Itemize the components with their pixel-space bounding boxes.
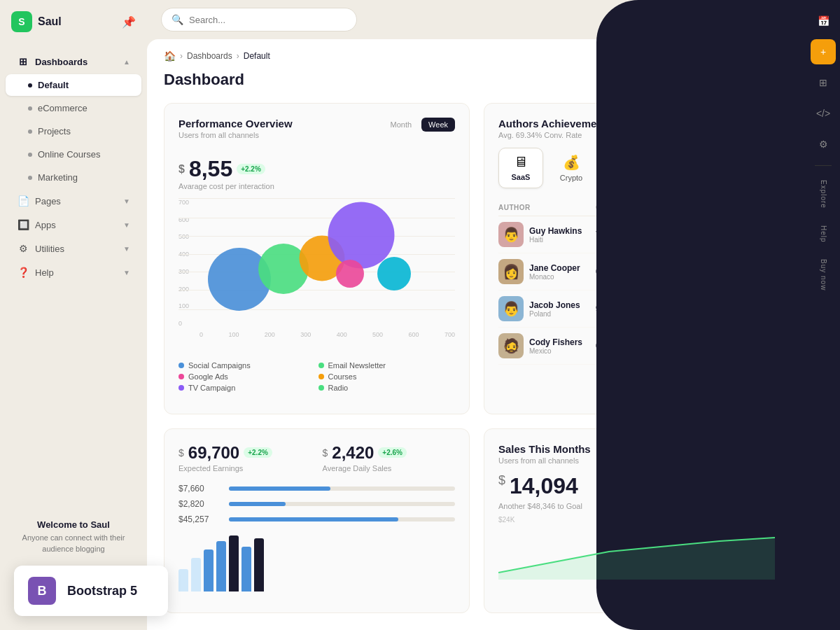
avatar[interactable]: 👩 [736, 7, 762, 32]
author-avatar: 👩 [498, 259, 524, 284]
sales-value-row: $ 14,094 [498, 473, 775, 499]
tab-social[interactable]: 👥 Social [599, 148, 644, 188]
author-details: Guy Hawkins Haiti [529, 226, 582, 244]
page-header: 🏠 › Dashboards › Default [147, 39, 806, 67]
bar-tall [229, 536, 239, 592]
topbar-btn-grid[interactable]: ⠿ [767, 7, 792, 32]
chart-legend: Social Campaigns Email Newsletter Google… [178, 361, 455, 392]
explore-label[interactable]: Explore [820, 174, 827, 214]
bar [204, 550, 214, 592]
app-logo: S [11, 11, 32, 32]
view-button-0[interactable]: → [747, 226, 764, 243]
sidebar-nav: ⊞ Dashboards ▲ Default eCommerce Project… [0, 43, 147, 508]
author-row: 👨 Jacob Jones Poland 92.56% → [498, 290, 775, 328]
period-week-button[interactable]: Week [421, 118, 455, 132]
breadcrumb-dashboards[interactable]: Dashboards [187, 51, 232, 61]
performance-card: Performance Overview Users from all chan… [164, 103, 470, 414]
tab-others[interactable]: 🔷 Others [700, 148, 745, 188]
dot-icon [28, 130, 32, 134]
breadcrumb-home[interactable]: 🏠 [164, 50, 176, 62]
sales-chart [498, 524, 775, 580]
bar-fill [229, 502, 286, 506]
tab-saas[interactable]: 🖥 SaaS [498, 148, 543, 188]
sales-ticks: $24K $20.5K [498, 516, 775, 524]
sparkline-1 [657, 262, 741, 281]
author-avatar: 👨 [498, 296, 524, 321]
earn-badge: +2.2% [244, 447, 272, 458]
authors-card: Authors Achievements Avg. 69.34% Conv. R… [484, 103, 790, 414]
topbar-btn-globe[interactable]: 🌐 [675, 7, 700, 32]
bar-tall [254, 538, 264, 592]
bar-row-1: $7,660 [178, 484, 455, 493]
svg-marker-0 [498, 538, 775, 580]
search-box[interactable]: 🔍 [161, 8, 357, 31]
sidebar-item-utilities[interactable]: ⚙ Utilities ▼ [6, 237, 141, 260]
bar-bg [229, 517, 455, 522]
rp-settings-button[interactable]: ⚙ [811, 132, 836, 157]
utilities-icon: ⚙ [17, 243, 29, 254]
chevron-icon: ▲ [123, 58, 130, 66]
sidebar-item-ecommerce[interactable]: eCommerce [6, 97, 141, 119]
rp-grid-button[interactable]: ⊞ [811, 70, 836, 95]
dot-icon [28, 176, 32, 180]
rp-calendar-button[interactable]: 📅 [811, 8, 836, 34]
view-button-2[interactable]: → [747, 300, 764, 317]
view-button-1[interactable]: → [747, 263, 764, 280]
page-title-row: Dashboard Create Project [147, 67, 806, 103]
sidebar-item-marketing[interactable]: Marketing [6, 167, 141, 188]
tab-crypto[interactable]: 💰 Crypto [549, 148, 594, 188]
author-avatar: 👨 [498, 222, 524, 247]
rp-code-button[interactable]: </> [811, 101, 836, 126]
mobile-icon: 📱 [664, 154, 681, 171]
bar-label: $45,257 [178, 514, 220, 524]
sidebar-item-default[interactable]: Default [6, 74, 141, 96]
breadcrumb-sep2: › [237, 51, 239, 61]
search-icon: 🔍 [172, 14, 183, 25]
create-project-button[interactable]: Create Project [703, 67, 790, 92]
sales-value: 14,094 [510, 473, 578, 499]
chart-plot-area [178, 199, 455, 328]
legend-dot [178, 363, 184, 368]
author-row: 👩 Jane Cooper Monaco 63.83% → [498, 253, 775, 290]
legend-dot [318, 385, 324, 391]
period-month-button[interactable]: Month [384, 118, 419, 132]
bootstrap-overlay: B Bootstrap 5 [14, 566, 168, 616]
view-button-3[interactable]: → [747, 337, 764, 354]
chevron-icon: ▼ [123, 245, 130, 253]
app-name: Saul [38, 15, 62, 28]
currency-symbol: $ [178, 163, 185, 176]
authors-tabs: 🖥 SaaS 💰 Crypto 👥 Social 📱 Mobile [498, 148, 775, 188]
help-label[interactable]: Help [820, 220, 827, 248]
earnings-card: $ 69,700 +2.2% Expected Earnings $ 2,420… [164, 428, 470, 614]
gridline [178, 309, 455, 310]
rp-add-button[interactable]: + [811, 39, 836, 64]
legend-dot [318, 374, 324, 379]
bar-label: $7,660 [178, 484, 220, 493]
tab-mobile[interactable]: 📱 Mobile [650, 148, 694, 188]
sparkline-2 [657, 299, 741, 318]
pin-icon[interactable]: 📌 [122, 15, 136, 29]
sidebar-item-dashboards[interactable]: ⊞ Dashboards ▲ [6, 50, 141, 73]
sidebar-item-pages[interactable]: 📄 Pages ▼ [6, 190, 141, 212]
legend-radio: Radio [318, 384, 456, 392]
author-row: 👨 Guy Hawkins Haiti 78.34% → [498, 216, 775, 253]
page-content: 🏠 › Dashboards › Default Dashboard Creat… [147, 39, 806, 630]
sparkline-3 [657, 336, 741, 356]
bar [191, 558, 201, 592]
sidebar-item-help[interactable]: ❓ Help ▼ [6, 261, 141, 284]
x-axis-labels: 0 100 200 300 400 500 600 700 [200, 331, 455, 338]
authors-title: Authors Achievements [498, 118, 775, 130]
sales-title: Sales This Months [498, 443, 775, 455]
author-info: 👨 Jacob Jones Poland [498, 296, 590, 321]
legend-social: Social Campaigns [178, 361, 316, 370]
search-input[interactable] [189, 15, 346, 25]
perf-header: Performance Overview Users from all chan… [178, 118, 455, 148]
gridline [178, 218, 455, 218]
sidebar-item-apps[interactable]: 🔲 Apps ▼ [6, 214, 141, 236]
topbar-btn-bell[interactable]: 🔔 [706, 7, 731, 32]
divider [815, 165, 832, 166]
sidebar-item-online-courses[interactable]: Online Courses [6, 144, 141, 165]
buy-now-label[interactable]: Buy now [820, 253, 827, 296]
sidebar-item-projects[interactable]: Projects [6, 120, 141, 142]
topbar-right: 🌐 🔔 👩 ⠿ [675, 7, 792, 32]
